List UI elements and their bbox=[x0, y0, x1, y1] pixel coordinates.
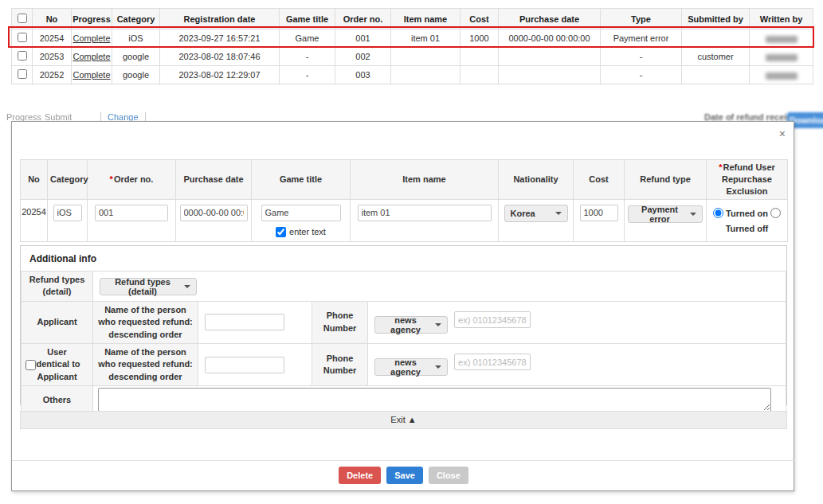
refund-types-label: Refund types (detail) bbox=[22, 272, 93, 302]
cell-no: 20253 bbox=[33, 48, 72, 66]
cell-submitted-by: customer bbox=[682, 48, 750, 66]
col-written-by: Written by bbox=[750, 9, 813, 29]
form-col-cost: Cost bbox=[574, 160, 625, 200]
user-name-label: Name of the person who requested refund:… bbox=[93, 343, 198, 385]
form-header-row: No Category *Order no. Purchase date Gam… bbox=[21, 160, 788, 200]
col-type: Type bbox=[601, 9, 682, 29]
cell-type: - bbox=[601, 48, 682, 66]
additional-info-title: Additional info bbox=[21, 246, 786, 271]
progress-link[interactable]: Complete bbox=[73, 70, 110, 80]
record-form-table: No Category *Order no. Purchase date Gam… bbox=[20, 159, 788, 242]
applicant-row: Applicant Name of the person who request… bbox=[22, 301, 786, 343]
caret-down-icon bbox=[555, 212, 562, 215]
col-registration-date: Registration date bbox=[160, 9, 280, 29]
refund-type-select[interactable]: Payment error bbox=[628, 205, 703, 223]
col-cost: Cost bbox=[460, 9, 499, 29]
others-textarea[interactable] bbox=[98, 388, 771, 412]
form-col-game-title: Game title bbox=[252, 160, 351, 200]
results-header-row: No Progress Category Registration date G… bbox=[12, 9, 813, 29]
col-item-name: Item name bbox=[391, 9, 460, 29]
caret-down-icon bbox=[435, 365, 441, 369]
delete-button[interactable]: Delete bbox=[339, 467, 381, 484]
modal-footer: Delete Save Close bbox=[12, 467, 795, 484]
progress-link[interactable]: Complete bbox=[73, 33, 110, 43]
close-icon[interactable]: × bbox=[779, 128, 786, 139]
turned-on-radio[interactable] bbox=[713, 208, 723, 218]
category-field[interactable] bbox=[53, 205, 82, 221]
col-no: No bbox=[33, 9, 72, 29]
col-purchase-date: Purchase date bbox=[499, 9, 601, 29]
cell-game-title: Game bbox=[280, 29, 335, 48]
applicant-label: Applicant bbox=[22, 301, 93, 343]
progress-link[interactable]: Complete bbox=[73, 52, 110, 61]
cell-written-by bbox=[750, 48, 813, 66]
refund-types-select[interactable]: Refund types (detail) bbox=[100, 278, 197, 295]
exit-collapse-bar[interactable]: Exit ▲ bbox=[20, 411, 787, 429]
item-name-field[interactable] bbox=[358, 205, 492, 221]
form-col-item-name: Item name bbox=[351, 160, 499, 200]
user-identical-checkbox[interactable] bbox=[25, 360, 36, 370]
cell-purchase-date bbox=[499, 66, 601, 84]
nationality-select[interactable]: Korea bbox=[504, 205, 568, 222]
turned-off-radio[interactable] bbox=[770, 208, 781, 218]
cell-item-name bbox=[391, 66, 460, 84]
cell-registration-date: 2023-08-02 18:07:46 bbox=[160, 48, 280, 66]
col-progress: Progress bbox=[72, 9, 112, 29]
form-col-purchase-date: Purchase date bbox=[176, 160, 252, 200]
cell-order-no: 001 bbox=[335, 29, 391, 48]
redacted-name bbox=[766, 54, 798, 61]
cell-category: google bbox=[112, 48, 160, 66]
applicant-phone-label: Phone Number bbox=[312, 301, 368, 343]
table-row[interactable]: 20252 Complete google 2023-08-02 12:29:0… bbox=[12, 66, 813, 84]
cell-registration-date: 2023-08-02 12:29:07 bbox=[160, 66, 280, 84]
cell-cost: 1000 bbox=[460, 29, 499, 48]
repurchase-exclusion-radios: Turned on Turned off bbox=[708, 206, 786, 238]
row-checkbox[interactable] bbox=[18, 33, 27, 42]
row-checkbox[interactable] bbox=[18, 69, 27, 79]
applicant-phone-field[interactable] bbox=[454, 311, 531, 328]
form-col-category: Category bbox=[48, 160, 88, 200]
redacted-name bbox=[766, 72, 798, 80]
enter-text-option[interactable]: enter text bbox=[252, 227, 350, 237]
purchase-date-field[interactable] bbox=[180, 205, 248, 221]
close-button[interactable]: Close bbox=[429, 467, 468, 484]
record-no: 20254 bbox=[21, 199, 48, 241]
cell-no: 20254 bbox=[33, 29, 72, 48]
order-no-field[interactable] bbox=[95, 205, 168, 221]
caret-down-icon bbox=[435, 323, 441, 326]
cell-no: 20252 bbox=[33, 66, 72, 84]
redacted-name bbox=[766, 36, 798, 43]
user-phone-type-select[interactable]: news agency bbox=[374, 358, 448, 376]
table-row[interactable]: 20253 Complete google 2023-08-02 18:07:4… bbox=[12, 48, 813, 66]
col-order-no: Order no. bbox=[335, 9, 391, 29]
additional-info-section: Additional info Refund types (detail) Re… bbox=[20, 245, 787, 405]
cell-written-by bbox=[750, 66, 813, 84]
form-col-refund-type: Refund type bbox=[625, 160, 707, 200]
row-checkbox[interactable] bbox=[18, 51, 27, 61]
cell-order-no: 002 bbox=[335, 48, 391, 66]
cell-submitted-by bbox=[682, 66, 750, 84]
col-game-title: Game title bbox=[280, 9, 335, 29]
form-col-repurchase-exclusion: *Refund User Repurchase Exclusion bbox=[707, 160, 788, 200]
table-row-selected[interactable]: 20254 Complete iOS 2023-09-27 16:57:21 G… bbox=[12, 29, 813, 48]
results-table: No Progress Category Registration date G… bbox=[11, 8, 813, 84]
save-button[interactable]: Save bbox=[386, 467, 423, 484]
game-title-field[interactable] bbox=[261, 205, 341, 221]
select-all-checkbox[interactable] bbox=[18, 14, 27, 23]
col-category: Category bbox=[112, 9, 160, 29]
user-row: User Identical to Applicant Name of the … bbox=[22, 343, 786, 385]
user-phone-field[interactable] bbox=[454, 354, 531, 370]
cell-type: - bbox=[601, 66, 682, 84]
applicant-name-field[interactable] bbox=[205, 314, 284, 330]
cell-item-name bbox=[391, 48, 460, 66]
col-submitted-by: Submitted by bbox=[682, 9, 750, 29]
refund-types-row: Refund types (detail) Refund types (deta… bbox=[22, 272, 786, 302]
cell-registration-date: 2023-09-27 16:57:21 bbox=[160, 29, 280, 48]
applicant-phone-type-select[interactable]: news agency bbox=[374, 316, 448, 334]
enter-text-checkbox[interactable] bbox=[276, 227, 286, 237]
user-name-field[interactable] bbox=[205, 357, 284, 373]
required-marker: * bbox=[110, 174, 113, 184]
cell-game-title: - bbox=[280, 66, 335, 84]
cell-purchase-date bbox=[499, 48, 601, 66]
cost-field[interactable] bbox=[580, 205, 618, 221]
